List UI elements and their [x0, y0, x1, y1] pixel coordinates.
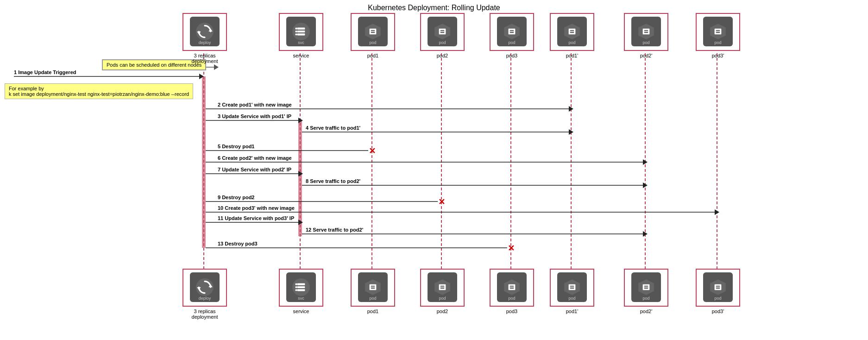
seq-8-label: 8 Serve traffic to pod2'	[306, 178, 360, 184]
seq-1-label: 1 Image Update Triggered	[14, 69, 76, 75]
svg-point-47	[295, 33, 297, 35]
svg-rect-89	[440, 287, 444, 288]
actor-pod2-top: pod pod2	[419, 13, 465, 58]
svg-rect-59	[510, 31, 514, 32]
svg-rect-55	[440, 31, 444, 32]
seq-3-label: 3 Update Service with pod1' IP	[218, 113, 291, 119]
svg-marker-31	[715, 209, 719, 215]
svg-marker-25	[298, 171, 303, 176]
actor-pod2-bottom: pod pod2	[419, 269, 465, 314]
actor-service-top: svc service	[278, 13, 324, 58]
svg-rect-63	[570, 31, 574, 32]
seq-13-label: 13 Destroy pod3	[218, 241, 258, 246]
seq-12-label: 12 Serve traffic to pod2'	[306, 227, 363, 233]
actor-pod1-bottom: pod pod1	[350, 269, 396, 314]
seq-11-label: 11 Update Service with pod3' IP	[218, 215, 294, 221]
actor-pod2p-bottom: pod pod2'	[623, 269, 669, 314]
svg-rect-51	[371, 31, 375, 32]
actor-service-bottom: svc service	[278, 269, 324, 314]
seq-4-label: 4 Serve traffic to pod1'	[306, 125, 360, 131]
note-example: For example byk set image deployment/ngi…	[5, 83, 193, 99]
svg-rect-44	[297, 33, 305, 35]
svg-rect-78	[297, 289, 305, 291]
svg-rect-85	[371, 287, 375, 288]
svg-marker-13	[199, 74, 204, 79]
actor-pod3p-bottom: pod pod3'	[695, 269, 741, 314]
actor-pod2p-top: pod pod2'	[623, 13, 669, 58]
svg-rect-43	[297, 31, 305, 32]
diagram-title: Kubernetes Deployment: Rolling Update	[0, 4, 868, 12]
actor-deployment-bottom: deploy 3 replicas deployment	[182, 269, 228, 320]
seq-10-label: 10 Create pod3' with new image	[218, 205, 295, 211]
svg-marker-19	[569, 129, 573, 135]
actor-pod3p-top: pod pod3'	[695, 13, 741, 58]
seq-2-label: 2 Create pod1' with new image	[218, 102, 292, 107]
svg-text:✕: ✕	[438, 197, 445, 207]
svg-point-80	[295, 286, 297, 288]
svg-rect-67	[644, 31, 648, 32]
svg-rect-76	[297, 283, 305, 285]
svg-point-81	[295, 289, 297, 291]
svg-rect-71	[716, 31, 720, 32]
actor-pod1p-top: pod pod1'	[549, 13, 595, 58]
svg-rect-101	[644, 287, 648, 288]
svg-rect-42	[297, 28, 305, 30]
svg-point-79	[295, 283, 297, 285]
svg-rect-9	[298, 120, 302, 236]
svg-rect-77	[297, 286, 305, 288]
svg-marker-27	[643, 183, 648, 188]
svg-point-46	[295, 31, 297, 32]
svg-rect-105	[716, 287, 720, 288]
svg-point-45	[295, 28, 297, 30]
svg-marker-33	[298, 220, 303, 225]
svg-marker-35	[643, 231, 648, 237]
svg-marker-23	[643, 159, 648, 165]
actor-pod1-top: pod pod1	[350, 13, 396, 58]
actor-deployment-top: deploy 3 replicas deployment	[182, 13, 228, 64]
seq-7-label: 7 Update Service with pod2' IP	[218, 167, 291, 172]
svg-marker-17	[298, 118, 303, 123]
svg-marker-11	[214, 64, 219, 70]
svg-text:✕: ✕	[508, 244, 515, 253]
seq-5-label: 5 Destroy pod1	[218, 144, 254, 149]
svg-rect-93	[510, 287, 514, 288]
svg-marker-15	[569, 106, 573, 112]
actor-pod3-bottom: pod pod3	[489, 269, 535, 314]
seq-9-label: 9 Destroy pod2	[218, 195, 254, 200]
svg-rect-97	[570, 287, 574, 288]
svg-text:✕: ✕	[369, 146, 376, 156]
seq-6-label: 6 Create pod2' with new image	[218, 155, 292, 161]
svg-rect-8	[202, 76, 206, 248]
actor-pod1p-bottom: pod pod1'	[549, 269, 595, 314]
actor-pod3-top: pod pod3	[489, 13, 535, 58]
